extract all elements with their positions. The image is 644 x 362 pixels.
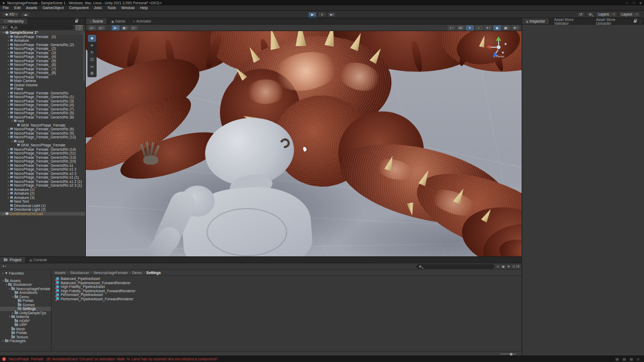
menu-item[interactable]: Jobs xyxy=(91,6,105,10)
asset-item[interactable]: Performant_PipelineAsset xyxy=(56,293,522,297)
hierarchy-item[interactable]: ▾ NecroPhage_Female_GenericRic (8) xyxy=(0,115,85,120)
hierarchy-item[interactable]: ▸ NecroPhage_Female_GenericRic s2 3 xyxy=(0,172,85,176)
tab-hierarchy[interactable]: ☰ Hierarchy xyxy=(0,18,28,24)
project-tree-item[interactable]: Scenes xyxy=(0,303,51,307)
hierarchy-item[interactable]: ▸ NecroPhage_Female_GenericRic (3) xyxy=(0,99,85,104)
menu-item[interactable]: Tools xyxy=(105,6,119,10)
scene-view-tab[interactable]: ▣ Game xyxy=(107,18,129,24)
hierarchy-item[interactable]: ▸ NecroPhage_Female_ (1) xyxy=(0,35,85,39)
axis-center[interactable] xyxy=(496,45,501,49)
lock-icon[interactable] xyxy=(75,20,78,23)
project-tree-item[interactable]: ▾ NeecrophageFemale xyxy=(0,287,51,291)
hierarchy-item[interactable]: ▸ NecroPhage_Female_GenericRic s1 2 xyxy=(0,167,85,172)
status-icon[interactable]: ▤ xyxy=(630,357,633,361)
project-tree-item[interactable]: URP xyxy=(0,323,51,327)
hierarchy-item[interactable]: ▸ NecroPhage_Female_GenericRic (11) xyxy=(0,151,85,156)
hierarchy-item[interactable]: Plane xyxy=(0,87,85,91)
status-icon[interactable]: ▤ xyxy=(616,357,619,361)
project-tree-item[interactable]: Mesh xyxy=(0,327,51,331)
menu-item[interactable]: File xyxy=(0,6,11,10)
hierarchy-item[interactable]: ▸ NecroPhage_Female_GenericRic s1 xyxy=(0,164,85,168)
hierarchy-item[interactable]: ▸ NecroPhage_Female_ (3) xyxy=(0,51,85,55)
perspective-label[interactable]: ‹ Persp xyxy=(484,55,514,58)
scene-view-tab[interactable]: ◐ Scene xyxy=(86,18,107,24)
hierarchy-item[interactable]: ▸ NecroPhage_Female_ (4) xyxy=(0,55,85,59)
hierarchy-item[interactable]: New Text xyxy=(0,200,85,204)
hierarchy-item[interactable]: ▸ root xyxy=(0,139,85,144)
status-bar[interactable]: ! 'NecroPhage_Female_ (8)' AnimationEven… xyxy=(0,356,644,362)
status-icon[interactable]: ▤ xyxy=(623,357,626,361)
step-button[interactable]: ▶| xyxy=(327,12,336,17)
tab-project[interactable]: Project xyxy=(0,257,26,263)
hierarchy-item[interactable]: ▸ NecroPhage_Female_ (8) xyxy=(0,71,85,75)
project-tree-item[interactable]: ▸ UnitySampleTps xyxy=(0,311,51,315)
transform-tool-button[interactable]: ↻ xyxy=(88,49,96,56)
asset-item[interactable]: High Fidelity_PipelineAsset xyxy=(56,285,522,289)
hierarchy-item[interactable]: ▸ NecroPhage_Female_GenericRic s2 3 (1) xyxy=(0,183,85,188)
project-search-input[interactable] xyxy=(416,264,494,269)
transform-tool-button[interactable]: ⊞ xyxy=(88,70,96,77)
create-object-button[interactable]: +▾ xyxy=(2,25,6,30)
axis-y-cone[interactable] xyxy=(496,36,501,41)
hierarchy-item[interactable]: Directional Light (2) xyxy=(0,208,85,212)
project-tree-item[interactable]: Settings xyxy=(0,307,51,311)
project-tree-item[interactable]: ▾ Stocklancer xyxy=(0,283,51,287)
scene-view-option-button[interactable]: ◐▾ xyxy=(448,25,456,31)
hierarchy-item[interactable]: ▸ NecroPhage_Female_ (5) xyxy=(0,59,85,63)
hierarchy-item[interactable]: ▸ NecroPhage_Female_ (7) xyxy=(0,67,85,71)
transform-tool-button[interactable]: ▭ xyxy=(88,63,96,70)
hierarchy-item[interactable]: Directional Light (1) xyxy=(0,204,85,208)
breadcrumb-item[interactable]: Demo xyxy=(132,271,146,275)
hierarchy-item[interactable]: ▸ NecroPhage_Female_GenericRic (6) xyxy=(0,127,85,131)
hierarchy-item[interactable]: ▸ NecroPhage_Female_GenericRic xyxy=(0,91,85,95)
axis-x-cone[interactable] xyxy=(486,45,491,49)
hierarchy-item[interactable]: ▸ NecroPhage_Female_GenericRic (9) xyxy=(0,131,85,136)
project-tree-item[interactable]: ▾ Material xyxy=(0,315,51,319)
scene-tool-dropdown[interactable]: ⊡▾ xyxy=(88,25,96,31)
asset-item[interactable]: Balanced_PipelineAsset xyxy=(56,277,522,281)
asset-item[interactable]: Balanced_PipelineAsset_ForwardRenderer xyxy=(56,281,522,285)
scene-tool-dropdown[interactable]: ▦▾ xyxy=(121,25,129,31)
menu-item[interactable]: Window xyxy=(119,6,137,10)
hierarchy-item[interactable]: ▸ NecroPhage_Female_ (6) xyxy=(0,63,85,67)
hierarchy-item[interactable]: ▸ NecroPhage_Female_ (2) xyxy=(0,47,85,51)
menu-item[interactable]: Edit xyxy=(11,6,23,10)
hierarchy-item[interactable]: ▸ NecroPhage_Female_GenericRic s1 (1) xyxy=(0,175,85,180)
console-status-message[interactable]: 'NecroPhage_Female_ (8)' AnimationEvent … xyxy=(8,357,218,361)
inspector-tab[interactable]: ◉ Inspector xyxy=(522,18,550,24)
hierarchy-item[interactable]: ▸ Armature (2) xyxy=(0,191,85,196)
hierarchy-item[interactable]: SKM_NecroPhage_Female xyxy=(0,143,85,147)
menu-item[interactable]: Help xyxy=(137,6,150,10)
scene-view-option-button[interactable]: ♪ xyxy=(475,25,483,31)
menu-item[interactable]: Component xyxy=(67,6,91,10)
create-asset-button[interactable]: +▾ xyxy=(2,264,6,269)
scene-tool-dropdown[interactable]: ⊞▾ xyxy=(112,25,120,31)
project-tree-item[interactable]: Prefab xyxy=(0,299,51,303)
inspector-tab[interactable]: Asset Store Uploader xyxy=(591,18,633,24)
scene-view-option-button[interactable]: ▦▾ xyxy=(502,25,510,31)
close-button[interactable]: ✕ xyxy=(639,1,642,5)
transform-tool-button[interactable]: ✥ xyxy=(88,35,96,42)
search-by-type-icon[interactable]: ⊙ xyxy=(496,264,499,269)
hierarchy-item[interactable]: ▸ NecroPhage_Female_GenericRic (10) xyxy=(0,159,85,164)
hierarchy-item[interactable]: ▸ NecroPhage_Female_GenericRic (14) xyxy=(0,147,85,152)
scene-view-option-button[interactable]: ✦▾ xyxy=(484,25,492,31)
pause-button[interactable]: ‖ xyxy=(318,12,326,17)
hidden-packages-toggle[interactable]: ∅ 18 xyxy=(512,264,519,268)
hierarchy-item[interactable]: NecroPhage_Female_ xyxy=(0,75,85,79)
transform-tool-button[interactable]: ✛ xyxy=(88,42,96,49)
hierarchy-item[interactable]: ▸ Armature (1) xyxy=(0,188,85,192)
kebab-menu-icon[interactable]: ⋮ xyxy=(639,19,642,24)
transform-tool-button[interactable]: ◱ xyxy=(88,56,96,63)
project-tree-item[interactable]: HDRP xyxy=(0,319,51,323)
hierarchy-search-input[interactable]: All xyxy=(8,25,74,29)
expand-arrow-icon[interactable]: ▸ xyxy=(2,212,5,215)
hierarchy-item[interactable]: SKM_NecroPhage_Female xyxy=(0,123,85,128)
breadcrumb-item[interactable]: Assets xyxy=(55,271,70,275)
scene-view-option-button[interactable]: ⊕▾ xyxy=(511,25,519,31)
search-by-label-icon[interactable]: ▣ xyxy=(502,264,505,269)
hierarchy-item[interactable]: Main Camera xyxy=(0,79,85,83)
project-tree-item[interactable]: Animations xyxy=(0,291,51,295)
hierarchy-scrollbar[interactable] xyxy=(83,33,85,81)
tab-console[interactable]: ▤ Console xyxy=(26,257,51,263)
